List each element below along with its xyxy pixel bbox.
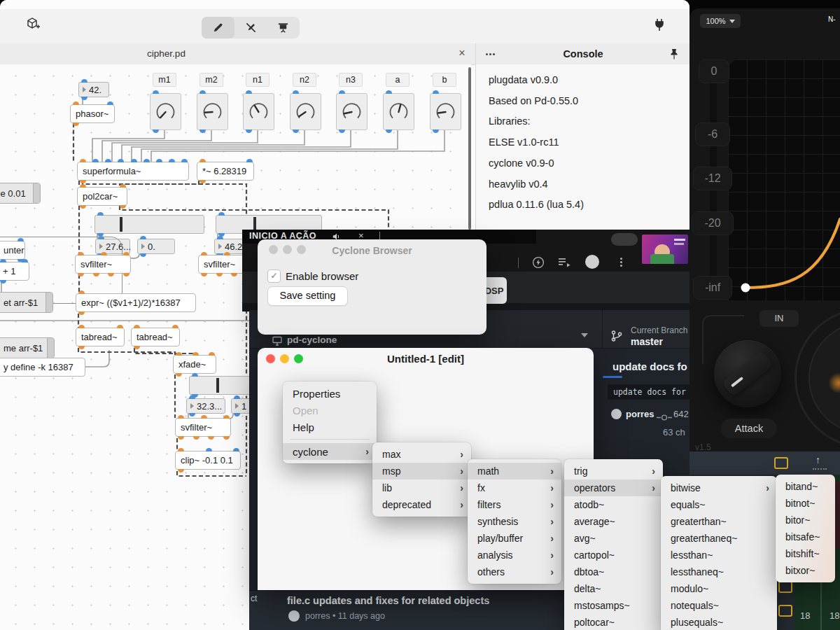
menu-item[interactable]: max› [372,446,471,463]
patch-label[interactable]: m2 [200,73,223,87]
menu-item[interactable]: plusequals~ [661,614,777,630]
menu-item[interactable]: bitnot~ [776,495,835,512]
envelope-display[interactable] [728,59,840,300]
menu-item[interactable]: bitxor~ [776,562,835,579]
menu-item[interactable]: avg~ [564,530,663,547]
menu-item[interactable]: bitsafe~ [776,528,835,545]
inlet[interactable] [181,159,188,162]
inlet[interactable] [123,252,130,255]
inlet[interactable] [433,90,439,94]
inlet[interactable] [178,415,184,419]
inlet[interactable] [18,238,24,241]
inlet[interactable] [78,290,85,294]
inlet[interactable] [131,159,137,162]
menu-item[interactable]: modulo~ [661,580,777,597]
save-setting-button[interactable]: Save setting [267,286,348,306]
enable-browser-checkbox[interactable]: ✓ [267,270,281,283]
patch-knob[interactable] [243,93,274,130]
menu-item[interactable]: bitor~ [776,512,835,528]
patch-object[interactable]: xfade~ [173,355,216,374]
inlet[interactable] [22,259,28,262]
inlet[interactable] [97,212,104,216]
avatar[interactable] [585,255,599,269]
menu-item[interactable]: lib› [372,479,471,496]
menu-item[interactable]: delta~ [564,580,663,597]
inlet[interactable] [73,102,79,105]
menu-item[interactable]: synthesis› [468,513,561,530]
patch-knob[interactable] [430,93,461,130]
patch-object[interactable]: + 1 [0,262,29,281]
inlet[interactable] [201,252,207,255]
menu-item[interactable]: Properties [283,385,377,402]
inlet[interactable] [105,159,111,162]
patch-hslider[interactable] [94,215,204,234]
repository-name[interactable]: pd-cyclone [287,335,337,345]
menu-item[interactable]: poltocar~ [564,614,663,630]
menu-item[interactable]: play/buffer› [468,530,561,547]
edit-mode-button[interactable] [202,17,234,38]
menu-item[interactable]: others› [468,564,561,580]
patch-object[interactable]: svfilter~ [75,255,131,274]
inlet[interactable] [206,448,212,451]
patch-label[interactable]: n1 [246,73,270,87]
menu-item[interactable]: bitand~ [776,478,835,495]
kebab-menu-icon[interactable] [620,258,622,260]
patch-numberbox[interactable]: 32.3... [186,398,225,414]
inlet[interactable] [117,325,123,328]
patch-knob[interactable] [290,93,321,130]
inlet[interactable] [78,325,85,328]
plugin-connection-icon[interactable] [652,18,666,36]
run-mode-button[interactable] [234,17,267,38]
lightning-icon[interactable] [532,256,545,272]
patch-object[interactable]: y define -k 16387 [0,358,85,377]
inlet[interactable] [246,90,252,94]
zoom-dropdown[interactable]: 100% [700,14,741,28]
patch-object[interactable]: clip~ -0.1 0.1 [175,451,241,470]
patch-object[interactable]: tabread~ [131,328,180,346]
menu-item[interactable]: lessthaneq~ [661,564,777,580]
inlet[interactable] [169,159,175,162]
menu-item[interactable]: filters› [468,496,561,513]
menu-item[interactable]: Help [283,419,377,435]
inlet[interactable] [189,396,195,399]
pin-icon[interactable] [669,48,679,63]
patch-object[interactable]: superformula~ [77,162,189,181]
inlet[interactable] [386,90,392,94]
playlist-icon[interactable] [559,258,571,271]
menu-item[interactable]: greaterthaneq~ [661,530,777,547]
inlet[interactable] [120,184,126,188]
daw-icon-2[interactable] [778,605,792,617]
daw-icon-1[interactable] [778,581,792,593]
patch-numberbox[interactable]: 42. [78,82,109,97]
menu-item[interactable]: average~ [564,513,663,530]
inlet[interactable] [156,159,162,162]
canvas-scrollbar[interactable] [468,67,471,230]
inlet[interactable] [201,415,207,419]
inlet[interactable] [80,184,86,188]
inlet[interactable] [140,236,146,239]
patch-object[interactable]: phasor~ [70,104,115,123]
patch-label[interactable]: n2 [293,73,316,87]
patch-object[interactable]: svfilter~ [175,418,231,437]
menu-item[interactable]: equals~ [661,496,777,513]
menu-item[interactable]: bitshift~ [776,545,835,562]
menu-item[interactable]: math› [468,463,561,479]
menu-item[interactable]: trig› [564,463,663,479]
new-object-icon[interactable] [25,16,42,36]
tab-close-icon[interactable]: × [454,43,470,64]
patch-message[interactable]: ze 0.01 [0,183,41,204]
menu-item[interactable]: cartopol~ [564,547,663,564]
inlet[interactable] [200,90,206,94]
patch-label[interactable]: n3 [339,73,363,87]
patch-knob[interactable] [150,93,181,130]
patch-knob[interactable] [383,93,414,130]
commit-summary-field[interactable]: update docs for [608,384,693,400]
patch-object[interactable]: *~ 6.28319 [197,162,254,181]
inlet[interactable] [81,79,88,83]
patch-message[interactable]: et arr-$1 [0,292,53,313]
menu-item[interactable]: lessthan~ [661,547,777,564]
patch-object[interactable]: unter [0,241,25,260]
inlet[interactable] [176,352,182,356]
patch-label[interactable]: a [386,73,410,87]
inlet[interactable] [246,159,253,162]
